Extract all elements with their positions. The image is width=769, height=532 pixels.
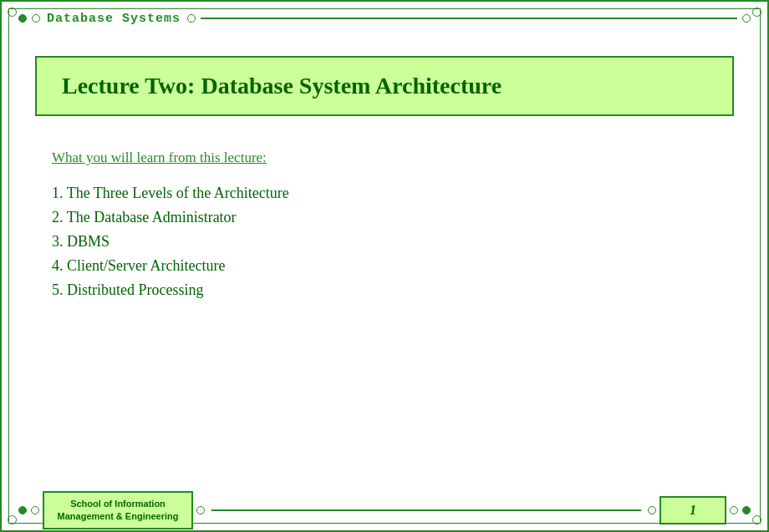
- header-dot-filled: [18, 14, 27, 23]
- list-item-3: 3. DBMS: [52, 233, 734, 251]
- footer-page-box: 1: [660, 496, 726, 524]
- footer-page-number: 1: [690, 503, 696, 517]
- header-left-decoration: [18, 14, 40, 23]
- footer-left-dots: [18, 506, 39, 514]
- list-item-5: 5. Distributed Processing: [52, 281, 734, 299]
- slide-title: Lecture Two: Database System Architectur…: [62, 73, 502, 99]
- content-section: What you will learn from this lecture: 1…: [35, 149, 734, 306]
- footer-right-dots: [730, 506, 751, 514]
- slide-container: Database Systems Lecture Two: Database S…: [0, 0, 769, 532]
- list-item-1: 1. The Three Levels of the Architecture: [52, 185, 734, 202]
- footer-school-line1: School of Information Management & Engin…: [56, 498, 180, 524]
- list-item-2: 2. The Database Administrator: [52, 209, 734, 226]
- footer-right-dots-left: [196, 506, 205, 514]
- main-content: Lecture Two: Database System Architectur…: [35, 39, 734, 464]
- header-bar: Database Systems: [2, 2, 767, 35]
- header-dot-outline-2: [187, 14, 196, 23]
- footer-dot-filled-right: [742, 506, 751, 514]
- footer-right-dots-right: [648, 506, 656, 514]
- header-right-decoration: [742, 14, 751, 23]
- header-line: [201, 18, 737, 19]
- footer-school-box: School of Information Management & Engin…: [43, 491, 193, 530]
- footer-dot-filled-left: [18, 506, 27, 514]
- footer-dot-outline-left: [31, 506, 39, 514]
- footer-dot-outline-mid-left: [196, 506, 205, 514]
- header-title: Database Systems: [47, 12, 181, 26]
- list-item-4: 4. Client/Server Architecture: [52, 257, 734, 275]
- footer-bar: School of Information Management & Engin…: [2, 490, 767, 530]
- title-box: Lecture Two: Database System Architectur…: [35, 56, 734, 116]
- learn-heading: What you will learn from this lecture:: [52, 149, 734, 166]
- header-dot-outline: [32, 14, 40, 23]
- list-items: 1. The Three Levels of the Architecture …: [52, 185, 734, 299]
- footer-dot-outline-mid-right: [648, 506, 656, 514]
- footer-dot-outline-right: [730, 506, 738, 514]
- header-dot-outline-right: [742, 14, 751, 23]
- footer-line: [211, 509, 641, 511]
